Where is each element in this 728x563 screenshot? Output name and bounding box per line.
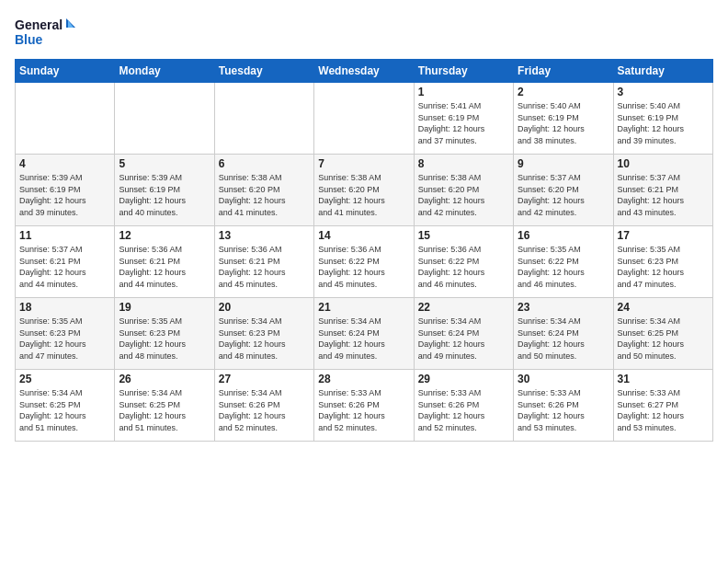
calendar-cell [115, 83, 214, 155]
calendar-cell: 6Sunrise: 5:38 AM Sunset: 6:20 PM Daylig… [214, 155, 313, 226]
day-number: 12 [119, 229, 210, 242]
calendar-cell: 10Sunrise: 5:37 AM Sunset: 6:21 PM Dayli… [613, 155, 712, 226]
day-info: Sunrise: 5:34 AM Sunset: 6:26 PM Dayligh… [219, 387, 310, 433]
calendar-cell: 22Sunrise: 5:34 AM Sunset: 6:24 PM Dayli… [414, 298, 513, 370]
calendar-cell: 26Sunrise: 5:34 AM Sunset: 6:25 PM Dayli… [115, 370, 214, 442]
day-info: Sunrise: 5:38 AM Sunset: 6:20 PM Dayligh… [219, 172, 310, 218]
calendar-cell: 17Sunrise: 5:35 AM Sunset: 6:23 PM Dayli… [613, 226, 712, 298]
calendar-cell: 30Sunrise: 5:33 AM Sunset: 6:26 PM Dayli… [514, 370, 613, 442]
calendar-cell: 15Sunrise: 5:36 AM Sunset: 6:22 PM Dayli… [414, 226, 513, 298]
day-info: Sunrise: 5:37 AM Sunset: 6:21 PM Dayligh… [19, 244, 110, 290]
calendar-cell [214, 83, 313, 155]
weekday-header: Thursday [414, 60, 513, 83]
day-info: Sunrise: 5:36 AM Sunset: 6:21 PM Dayligh… [119, 244, 210, 290]
day-info: Sunrise: 5:34 AM Sunset: 6:24 PM Dayligh… [318, 316, 409, 362]
day-number: 22 [418, 301, 509, 314]
calendar-cell: 8Sunrise: 5:38 AM Sunset: 6:20 PM Daylig… [414, 155, 513, 226]
day-info: Sunrise: 5:37 AM Sunset: 6:21 PM Dayligh… [618, 172, 709, 218]
day-number: 24 [618, 301, 709, 314]
header: General Blue [15, 15, 713, 48]
calendar-cell: 20Sunrise: 5:34 AM Sunset: 6:23 PM Dayli… [214, 298, 313, 370]
calendar-cell: 18Sunrise: 5:35 AM Sunset: 6:23 PM Dayli… [16, 298, 115, 370]
weekday-header: Monday [115, 60, 214, 83]
day-info: Sunrise: 5:39 AM Sunset: 6:19 PM Dayligh… [119, 172, 210, 218]
calendar-week-row: 11Sunrise: 5:37 AM Sunset: 6:21 PM Dayli… [16, 226, 713, 298]
day-info: Sunrise: 5:33 AM Sunset: 6:26 PM Dayligh… [318, 387, 409, 433]
day-number: 6 [219, 157, 310, 170]
day-info: Sunrise: 5:36 AM Sunset: 6:21 PM Dayligh… [219, 244, 310, 290]
day-number: 29 [418, 373, 509, 385]
day-info: Sunrise: 5:40 AM Sunset: 6:19 PM Dayligh… [618, 100, 709, 146]
calendar-cell: 4Sunrise: 5:39 AM Sunset: 6:19 PM Daylig… [16, 155, 115, 226]
day-info: Sunrise: 5:38 AM Sunset: 6:20 PM Dayligh… [318, 172, 409, 218]
day-number: 14 [318, 229, 409, 242]
day-number: 10 [618, 157, 709, 170]
day-info: Sunrise: 5:35 AM Sunset: 6:22 PM Dayligh… [518, 244, 609, 290]
weekday-header: Saturday [613, 60, 712, 83]
day-number: 7 [318, 157, 409, 170]
day-info: Sunrise: 5:34 AM Sunset: 6:25 PM Dayligh… [618, 316, 709, 362]
calendar-cell: 24Sunrise: 5:34 AM Sunset: 6:25 PM Dayli… [613, 298, 712, 370]
calendar-cell: 14Sunrise: 5:36 AM Sunset: 6:22 PM Dayli… [314, 226, 414, 298]
calendar-cell: 9Sunrise: 5:37 AM Sunset: 6:20 PM Daylig… [514, 155, 613, 226]
day-number: 23 [518, 301, 609, 314]
day-number: 21 [318, 301, 409, 314]
day-info: Sunrise: 5:41 AM Sunset: 6:19 PM Dayligh… [418, 100, 509, 146]
calendar-cell: 31Sunrise: 5:33 AM Sunset: 6:27 PM Dayli… [613, 370, 712, 442]
weekday-header: Tuesday [214, 60, 313, 83]
day-number: 20 [219, 301, 310, 314]
weekday-header: Sunday [16, 60, 115, 83]
day-number: 19 [119, 301, 210, 314]
svg-text:General: General [15, 17, 63, 32]
calendar-cell: 7Sunrise: 5:38 AM Sunset: 6:20 PM Daylig… [314, 155, 414, 226]
day-info: Sunrise: 5:34 AM Sunset: 6:24 PM Dayligh… [418, 316, 509, 362]
day-number: 25 [19, 373, 110, 385]
calendar-cell: 25Sunrise: 5:34 AM Sunset: 6:25 PM Dayli… [16, 370, 115, 442]
calendar-cell: 19Sunrise: 5:35 AM Sunset: 6:23 PM Dayli… [115, 298, 214, 370]
calendar-table: SundayMondayTuesdayWednesdayThursdayFrid… [15, 59, 713, 442]
day-info: Sunrise: 5:33 AM Sunset: 6:26 PM Dayligh… [518, 387, 609, 433]
day-info: Sunrise: 5:38 AM Sunset: 6:20 PM Dayligh… [418, 172, 509, 218]
calendar-cell [16, 83, 115, 155]
calendar-cell: 27Sunrise: 5:34 AM Sunset: 6:26 PM Dayli… [214, 370, 313, 442]
day-number: 2 [518, 86, 609, 98]
calendar-week-row: 25Sunrise: 5:34 AM Sunset: 6:25 PM Dayli… [16, 370, 713, 442]
day-number: 11 [19, 229, 110, 242]
day-number: 5 [119, 157, 210, 170]
day-number: 27 [219, 373, 310, 385]
day-number: 3 [618, 86, 709, 98]
calendar-cell: 5Sunrise: 5:39 AM Sunset: 6:19 PM Daylig… [115, 155, 214, 226]
day-number: 8 [418, 157, 509, 170]
calendar-cell [314, 83, 414, 155]
weekday-header: Wednesday [314, 60, 414, 83]
logo-svg: General Blue [15, 15, 79, 48]
weekday-header: Friday [514, 60, 613, 83]
day-info: Sunrise: 5:34 AM Sunset: 6:24 PM Dayligh… [518, 316, 609, 362]
day-info: Sunrise: 5:40 AM Sunset: 6:19 PM Dayligh… [518, 100, 609, 146]
calendar-cell: 1Sunrise: 5:41 AM Sunset: 6:19 PM Daylig… [414, 83, 513, 155]
svg-text:Blue: Blue [15, 32, 43, 47]
day-number: 16 [518, 229, 609, 242]
calendar-cell: 16Sunrise: 5:35 AM Sunset: 6:22 PM Dayli… [514, 226, 613, 298]
calendar-cell: 21Sunrise: 5:34 AM Sunset: 6:24 PM Dayli… [314, 298, 414, 370]
day-number: 18 [19, 301, 110, 314]
day-number: 17 [618, 229, 709, 242]
day-number: 4 [19, 157, 110, 170]
calendar-cell: 2Sunrise: 5:40 AM Sunset: 6:19 PM Daylig… [514, 83, 613, 155]
day-info: Sunrise: 5:36 AM Sunset: 6:22 PM Dayligh… [418, 244, 509, 290]
calendar-week-row: 1Sunrise: 5:41 AM Sunset: 6:19 PM Daylig… [16, 83, 713, 155]
logo: General Blue [15, 15, 79, 48]
day-info: Sunrise: 5:34 AM Sunset: 6:25 PM Dayligh… [119, 387, 210, 433]
day-info: Sunrise: 5:33 AM Sunset: 6:27 PM Dayligh… [618, 387, 709, 433]
day-number: 15 [418, 229, 509, 242]
weekday-header-row: SundayMondayTuesdayWednesdayThursdayFrid… [16, 60, 713, 83]
day-info: Sunrise: 5:37 AM Sunset: 6:20 PM Dayligh… [518, 172, 609, 218]
day-info: Sunrise: 5:35 AM Sunset: 6:23 PM Dayligh… [618, 244, 709, 290]
day-info: Sunrise: 5:33 AM Sunset: 6:26 PM Dayligh… [418, 387, 509, 433]
calendar-cell: 28Sunrise: 5:33 AM Sunset: 6:26 PM Dayli… [314, 370, 414, 442]
day-info: Sunrise: 5:34 AM Sunset: 6:23 PM Dayligh… [219, 316, 310, 362]
day-info: Sunrise: 5:39 AM Sunset: 6:19 PM Dayligh… [19, 172, 110, 218]
day-number: 31 [618, 373, 709, 385]
day-number: 28 [318, 373, 409, 385]
day-number: 13 [219, 229, 310, 242]
